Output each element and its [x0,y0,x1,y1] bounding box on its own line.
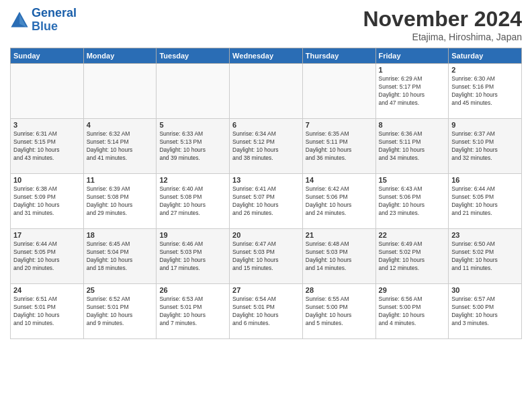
day-info: Sunrise: 6:51 AM Sunset: 5:01 PM Dayligh… [13,295,81,328]
logo-text: General Blue [32,7,77,34]
calendar-cell: 11Sunrise: 6:39 AM Sunset: 5:08 PM Dayli… [83,174,157,229]
day-info: Sunrise: 6:44 AM Sunset: 5:05 PM Dayligh… [13,240,81,273]
calendar-cell: 24Sunrise: 6:51 AM Sunset: 5:01 PM Dayli… [11,284,84,339]
day-header-thursday: Thursday [302,48,375,64]
calendar-cell [302,64,375,119]
calendar-week-row: 10Sunrise: 6:38 AM Sunset: 5:09 PM Dayli… [11,174,522,229]
day-info: Sunrise: 6:53 AM Sunset: 5:01 PM Dayligh… [159,295,226,328]
day-header-saturday: Saturday [449,48,522,64]
day-number: 18 [87,231,154,239]
day-info: Sunrise: 6:44 AM Sunset: 5:05 PM Dayligh… [451,185,519,218]
calendar-cell: 17Sunrise: 6:44 AM Sunset: 5:05 PM Dayli… [11,229,84,284]
day-number: 19 [159,231,226,239]
day-info: Sunrise: 6:29 AM Sunset: 5:17 PM Dayligh… [379,75,446,107]
calendar-cell: 15Sunrise: 6:43 AM Sunset: 5:06 PM Dayli… [375,174,449,229]
day-header-tuesday: Tuesday [157,48,230,64]
logo: General Blue [10,7,77,34]
day-number: 21 [306,231,373,239]
day-info: Sunrise: 6:48 AM Sunset: 5:03 PM Dayligh… [306,240,373,273]
calendar-cell: 13Sunrise: 6:41 AM Sunset: 5:07 PM Dayli… [230,174,303,229]
day-number: 15 [379,176,446,184]
day-number: 25 [87,286,154,294]
calendar-cell: 1Sunrise: 6:29 AM Sunset: 5:17 PM Daylig… [375,64,449,119]
calendar-cell: 21Sunrise: 6:48 AM Sunset: 5:03 PM Dayli… [302,229,375,284]
day-header-friday: Friday [375,48,449,64]
day-number: 3 [13,121,81,129]
day-number: 10 [13,176,81,184]
day-number: 17 [13,231,81,239]
day-info: Sunrise: 6:50 AM Sunset: 5:02 PM Dayligh… [451,240,519,273]
calendar-cell: 14Sunrise: 6:42 AM Sunset: 5:06 PM Dayli… [302,174,375,229]
calendar-cell: 5Sunrise: 6:33 AM Sunset: 5:13 PM Daylig… [157,119,230,174]
day-header-sunday: Sunday [11,48,84,64]
day-number: 29 [379,286,446,294]
header: General Blue November 2024 Etajima, Hiro… [10,7,522,42]
day-number: 16 [451,176,519,184]
day-number: 27 [232,286,300,294]
calendar-cell: 10Sunrise: 6:38 AM Sunset: 5:09 PM Dayli… [11,174,84,229]
day-info: Sunrise: 6:41 AM Sunset: 5:07 PM Dayligh… [232,185,300,218]
calendar-cell: 28Sunrise: 6:55 AM Sunset: 5:00 PM Dayli… [302,284,375,339]
calendar-cell: 19Sunrise: 6:46 AM Sunset: 5:03 PM Dayli… [157,229,230,284]
day-info: Sunrise: 6:31 AM Sunset: 5:15 PM Dayligh… [13,130,81,163]
day-number: 4 [87,121,154,129]
day-info: Sunrise: 6:36 AM Sunset: 5:11 PM Dayligh… [379,130,446,163]
calendar-cell: 4Sunrise: 6:32 AM Sunset: 5:14 PM Daylig… [83,119,157,174]
calendar-cell [83,64,157,119]
day-number: 5 [159,121,226,129]
day-info: Sunrise: 6:43 AM Sunset: 5:06 PM Dayligh… [379,185,446,218]
logo-icon [10,11,29,30]
day-info: Sunrise: 6:49 AM Sunset: 5:02 PM Dayligh… [379,240,446,273]
day-info: Sunrise: 6:46 AM Sunset: 5:03 PM Dayligh… [159,240,226,273]
calendar-cell: 3Sunrise: 6:31 AM Sunset: 5:15 PM Daylig… [11,119,84,174]
day-info: Sunrise: 6:35 AM Sunset: 5:11 PM Dayligh… [306,130,373,163]
calendar-cell [11,64,84,119]
calendar-cell: 18Sunrise: 6:45 AM Sunset: 5:04 PM Dayli… [83,229,157,284]
day-number: 13 [232,176,300,184]
calendar-cell: 12Sunrise: 6:40 AM Sunset: 5:08 PM Dayli… [157,174,230,229]
calendar-cell [157,64,230,119]
day-number: 11 [87,176,154,184]
calendar-cell: 2Sunrise: 6:30 AM Sunset: 5:16 PM Daylig… [449,64,522,119]
day-number: 23 [451,231,519,239]
location-subtitle: Etajima, Hiroshima, Japan [363,32,522,42]
calendar-cell: 25Sunrise: 6:52 AM Sunset: 5:01 PM Dayli… [83,284,157,339]
day-number: 22 [379,231,446,239]
day-info: Sunrise: 6:34 AM Sunset: 5:12 PM Dayligh… [232,130,300,163]
day-number: 9 [451,121,519,129]
day-info: Sunrise: 6:47 AM Sunset: 5:03 PM Dayligh… [232,240,300,273]
calendar-cell: 6Sunrise: 6:34 AM Sunset: 5:12 PM Daylig… [230,119,303,174]
calendar-cell: 27Sunrise: 6:54 AM Sunset: 5:01 PM Dayli… [230,284,303,339]
calendar-cell: 23Sunrise: 6:50 AM Sunset: 5:02 PM Dayli… [449,229,522,284]
day-info: Sunrise: 6:52 AM Sunset: 5:01 PM Dayligh… [87,295,154,328]
title-block: November 2024 Etajima, Hiroshima, Japan [363,7,522,42]
calendar-table: SundayMondayTuesdayWednesdayThursdayFrid… [10,48,522,339]
day-info: Sunrise: 6:40 AM Sunset: 5:08 PM Dayligh… [159,185,226,218]
day-number: 7 [306,121,373,129]
day-number: 20 [232,231,300,239]
calendar-cell: 8Sunrise: 6:36 AM Sunset: 5:11 PM Daylig… [375,119,449,174]
calendar-cell [230,64,303,119]
day-header-monday: Monday [83,48,157,64]
day-number: 26 [159,286,226,294]
day-info: Sunrise: 6:42 AM Sunset: 5:06 PM Dayligh… [306,185,373,218]
day-info: Sunrise: 6:32 AM Sunset: 5:14 PM Dayligh… [87,130,154,163]
day-header-wednesday: Wednesday [230,48,303,64]
day-number: 1 [379,66,446,74]
page-container: General Blue November 2024 Etajima, Hiro… [0,0,532,346]
calendar-cell: 26Sunrise: 6:53 AM Sunset: 5:01 PM Dayli… [157,284,230,339]
day-info: Sunrise: 6:30 AM Sunset: 5:16 PM Dayligh… [451,75,519,107]
calendar-cell: 16Sunrise: 6:44 AM Sunset: 5:05 PM Dayli… [449,174,522,229]
day-info: Sunrise: 6:45 AM Sunset: 5:04 PM Dayligh… [87,240,154,273]
day-info: Sunrise: 6:54 AM Sunset: 5:01 PM Dayligh… [232,295,300,328]
calendar-cell: 30Sunrise: 6:57 AM Sunset: 5:00 PM Dayli… [449,284,522,339]
calendar-week-row: 24Sunrise: 6:51 AM Sunset: 5:01 PM Dayli… [11,284,522,339]
calendar-header-row: SundayMondayTuesdayWednesdayThursdayFrid… [11,48,522,64]
day-info: Sunrise: 6:37 AM Sunset: 5:10 PM Dayligh… [451,130,519,163]
day-number: 6 [232,121,300,129]
day-number: 8 [379,121,446,129]
day-info: Sunrise: 6:56 AM Sunset: 5:00 PM Dayligh… [379,295,446,328]
day-info: Sunrise: 6:38 AM Sunset: 5:09 PM Dayligh… [13,185,81,218]
calendar-cell: 9Sunrise: 6:37 AM Sunset: 5:10 PM Daylig… [449,119,522,174]
day-info: Sunrise: 6:39 AM Sunset: 5:08 PM Dayligh… [87,185,154,218]
